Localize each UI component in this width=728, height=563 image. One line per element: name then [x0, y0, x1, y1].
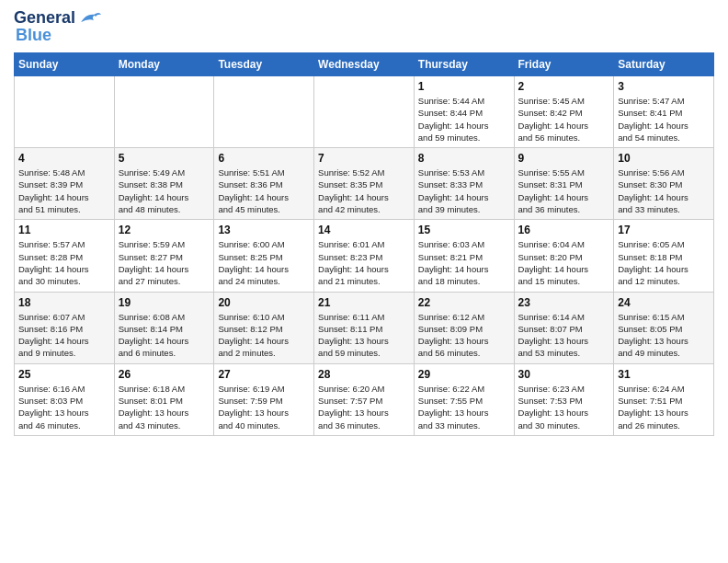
day-info: Sunrise: 5:44 AM Sunset: 8:44 PM Dayligh… — [418, 95, 510, 144]
calendar-cell: 4Sunrise: 5:48 AM Sunset: 8:39 PM Daylig… — [15, 148, 115, 220]
day-number: 17 — [618, 224, 710, 236]
calendar-week-row: 1Sunrise: 5:44 AM Sunset: 8:44 PM Daylig… — [15, 76, 714, 148]
weekday-header: Friday — [514, 53, 614, 76]
calendar-cell: 15Sunrise: 6:03 AM Sunset: 8:21 PM Dayli… — [414, 220, 514, 292]
day-number: 21 — [318, 296, 410, 309]
day-info: Sunrise: 6:08 AM Sunset: 8:14 PM Dayligh… — [119, 311, 210, 360]
day-info: Sunrise: 5:56 AM Sunset: 8:30 PM Dayligh… — [618, 167, 710, 215]
day-info: Sunrise: 6:05 AM Sunset: 8:18 PM Dayligh… — [618, 238, 710, 287]
weekday-header: Thursday — [414, 53, 514, 76]
logo-text-general: General — [14, 8, 75, 27]
calendar-cell: 5Sunrise: 5:49 AM Sunset: 8:38 PM Daylig… — [114, 148, 214, 220]
day-info: Sunrise: 5:48 AM Sunset: 8:39 PM Dayligh… — [18, 167, 110, 215]
day-number: 19 — [119, 296, 210, 309]
calendar-cell — [214, 76, 314, 148]
calendar-cell — [314, 76, 415, 148]
calendar-cell: 25Sunrise: 6:16 AM Sunset: 8:03 PM Dayli… — [15, 363, 115, 435]
day-number: 24 — [618, 296, 710, 309]
day-info: Sunrise: 6:19 AM Sunset: 7:59 PM Dayligh… — [218, 383, 310, 431]
day-info: Sunrise: 6:12 AM Sunset: 8:09 PM Dayligh… — [418, 311, 510, 360]
calendar-cell: 3Sunrise: 5:47 AM Sunset: 8:41 PM Daylig… — [614, 76, 714, 148]
day-info: Sunrise: 6:07 AM Sunset: 8:16 PM Dayligh… — [18, 311, 110, 360]
calendar-cell — [15, 76, 115, 148]
calendar-cell: 26Sunrise: 6:18 AM Sunset: 8:01 PM Dayli… — [114, 363, 214, 435]
day-info: Sunrise: 5:45 AM Sunset: 8:42 PM Dayligh… — [518, 95, 610, 144]
day-number: 13 — [218, 224, 310, 236]
logo-text-blue: Blue — [16, 26, 51, 45]
calendar-cell: 11Sunrise: 5:57 AM Sunset: 8:28 PM Dayli… — [15, 220, 115, 292]
day-number: 18 — [18, 296, 110, 309]
day-number: 7 — [318, 152, 410, 165]
weekday-header: Sunday — [15, 53, 115, 76]
day-number: 20 — [218, 296, 310, 309]
day-number: 26 — [119, 368, 210, 381]
day-info: Sunrise: 6:10 AM Sunset: 8:12 PM Dayligh… — [218, 311, 310, 360]
day-info: Sunrise: 6:11 AM Sunset: 8:11 PM Dayligh… — [318, 311, 410, 360]
calendar-cell: 9Sunrise: 5:55 AM Sunset: 8:31 PM Daylig… — [514, 148, 614, 220]
calendar-cell: 30Sunrise: 6:23 AM Sunset: 7:53 PM Dayli… — [514, 363, 614, 435]
day-number: 5 — [119, 152, 210, 165]
day-info: Sunrise: 5:52 AM Sunset: 8:35 PM Dayligh… — [318, 167, 410, 215]
day-info: Sunrise: 6:20 AM Sunset: 7:57 PM Dayligh… — [318, 383, 410, 431]
calendar-cell: 2Sunrise: 5:45 AM Sunset: 8:42 PM Daylig… — [514, 76, 614, 148]
day-info: Sunrise: 6:01 AM Sunset: 8:23 PM Dayligh… — [318, 238, 410, 287]
day-number: 23 — [518, 296, 610, 309]
calendar-cell: 13Sunrise: 6:00 AM Sunset: 8:25 PM Dayli… — [214, 220, 314, 292]
day-number: 31 — [618, 368, 710, 381]
calendar-cell — [114, 76, 214, 148]
day-number: 9 — [518, 152, 610, 165]
calendar-cell: 7Sunrise: 5:52 AM Sunset: 8:35 PM Daylig… — [314, 148, 415, 220]
day-number: 28 — [318, 368, 410, 381]
weekday-header: Wednesday — [314, 53, 415, 76]
day-number: 22 — [418, 296, 510, 309]
logo: General Blue — [14, 9, 103, 45]
day-info: Sunrise: 6:18 AM Sunset: 8:01 PM Dayligh… — [119, 383, 210, 431]
calendar-cell: 19Sunrise: 6:08 AM Sunset: 8:14 PM Dayli… — [114, 292, 214, 363]
day-info: Sunrise: 5:59 AM Sunset: 8:27 PM Dayligh… — [119, 238, 210, 287]
calendar-header-row: SundayMondayTuesdayWednesdayThursdayFrid… — [15, 53, 714, 76]
day-info: Sunrise: 5:51 AM Sunset: 8:36 PM Dayligh… — [218, 167, 310, 215]
calendar-cell: 14Sunrise: 6:01 AM Sunset: 8:23 PM Dayli… — [314, 220, 415, 292]
day-info: Sunrise: 6:00 AM Sunset: 8:25 PM Dayligh… — [218, 238, 310, 287]
calendar-cell: 10Sunrise: 5:56 AM Sunset: 8:30 PM Dayli… — [614, 148, 714, 220]
day-info: Sunrise: 6:03 AM Sunset: 8:21 PM Dayligh… — [418, 238, 510, 287]
day-info: Sunrise: 6:15 AM Sunset: 8:05 PM Dayligh… — [618, 311, 710, 360]
calendar-table: SundayMondayTuesdayWednesdayThursdayFrid… — [14, 52, 714, 436]
day-info: Sunrise: 6:24 AM Sunset: 7:51 PM Dayligh… — [618, 383, 710, 431]
page-header: General Blue — [14, 9, 714, 45]
day-info: Sunrise: 6:23 AM Sunset: 7:53 PM Dayligh… — [518, 383, 610, 431]
calendar-cell: 12Sunrise: 5:59 AM Sunset: 8:27 PM Dayli… — [114, 220, 214, 292]
weekday-header: Tuesday — [214, 53, 314, 76]
day-info: Sunrise: 6:14 AM Sunset: 8:07 PM Dayligh… — [518, 311, 610, 360]
calendar-cell: 18Sunrise: 6:07 AM Sunset: 8:16 PM Dayli… — [15, 292, 115, 363]
day-number: 12 — [119, 224, 210, 236]
calendar-cell: 20Sunrise: 6:10 AM Sunset: 8:12 PM Dayli… — [214, 292, 314, 363]
calendar-cell: 17Sunrise: 6:05 AM Sunset: 8:18 PM Dayli… — [614, 220, 714, 292]
weekday-header: Saturday — [614, 53, 714, 76]
day-number: 11 — [18, 224, 110, 236]
calendar-cell: 1Sunrise: 5:44 AM Sunset: 8:44 PM Daylig… — [414, 76, 514, 148]
day-number: 8 — [418, 152, 510, 165]
logo-bird-icon — [77, 9, 103, 28]
day-number: 1 — [418, 80, 510, 93]
day-number: 29 — [418, 368, 510, 381]
calendar-cell: 8Sunrise: 5:53 AM Sunset: 8:33 PM Daylig… — [414, 148, 514, 220]
calendar-cell: 22Sunrise: 6:12 AM Sunset: 8:09 PM Dayli… — [414, 292, 514, 363]
calendar-cell: 31Sunrise: 6:24 AM Sunset: 7:51 PM Dayli… — [614, 363, 714, 435]
day-info: Sunrise: 5:49 AM Sunset: 8:38 PM Dayligh… — [119, 167, 210, 215]
calendar-cell: 28Sunrise: 6:20 AM Sunset: 7:57 PM Dayli… — [314, 363, 415, 435]
day-number: 15 — [418, 224, 510, 236]
day-number: 27 — [218, 368, 310, 381]
day-number: 30 — [518, 368, 610, 381]
day-number: 6 — [218, 152, 310, 165]
calendar-cell: 6Sunrise: 5:51 AM Sunset: 8:36 PM Daylig… — [214, 148, 314, 220]
calendar-week-row: 18Sunrise: 6:07 AM Sunset: 8:16 PM Dayli… — [15, 292, 714, 363]
day-number: 16 — [518, 224, 610, 236]
calendar-cell: 21Sunrise: 6:11 AM Sunset: 8:11 PM Dayli… — [314, 292, 415, 363]
calendar-week-row: 4Sunrise: 5:48 AM Sunset: 8:39 PM Daylig… — [15, 148, 714, 220]
calendar-cell: 16Sunrise: 6:04 AM Sunset: 8:20 PM Dayli… — [514, 220, 614, 292]
calendar-cell: 27Sunrise: 6:19 AM Sunset: 7:59 PM Dayli… — [214, 363, 314, 435]
day-info: Sunrise: 5:53 AM Sunset: 8:33 PM Dayligh… — [418, 167, 510, 215]
day-number: 10 — [618, 152, 710, 165]
day-number: 2 — [518, 80, 610, 93]
